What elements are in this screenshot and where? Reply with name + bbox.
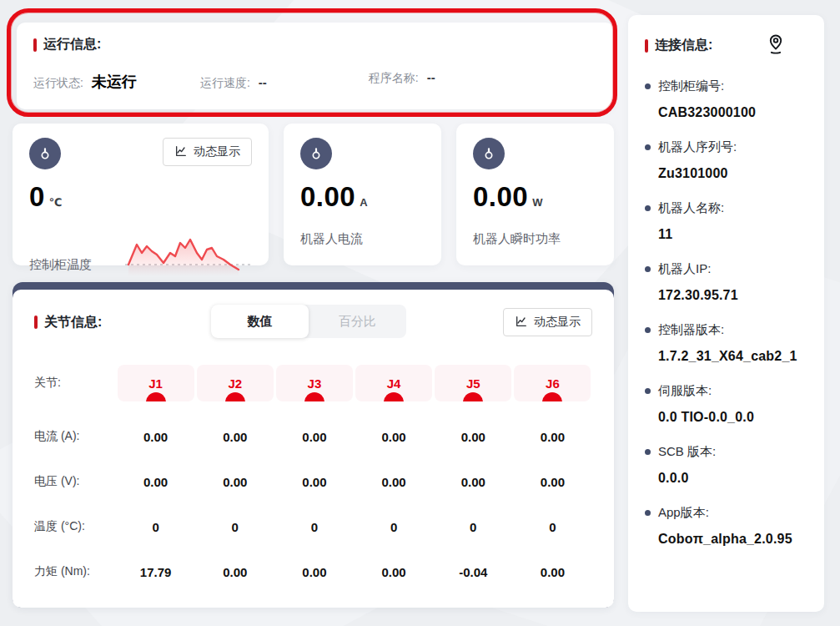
bullet-icon bbox=[645, 510, 651, 516]
joint-info-title-text: 关节信息: bbox=[44, 314, 102, 331]
bullet-icon bbox=[645, 388, 651, 394]
robot-current-card: 0.00 A 机器人电流 bbox=[284, 124, 441, 265]
connection-info-title: 连接信息: bbox=[645, 37, 764, 54]
run-status-label: 运行状态: bbox=[33, 76, 83, 91]
conn-item-cabinet-number: 控制柜编号: CAB323000100 bbox=[645, 78, 807, 120]
run-info-title-text: 运行信息: bbox=[43, 36, 101, 53]
run-speed-field: 运行速度: -- bbox=[200, 75, 267, 91]
power-unit: W bbox=[532, 196, 542, 209]
conn-label-text: 机器人IP: bbox=[658, 261, 711, 277]
robot-current-value: 0.00 A bbox=[300, 181, 425, 213]
cell-voltage-j4: 0.00 bbox=[381, 475, 405, 489]
conn-item-servo-version: 伺服版本: 0.0 TIO-0.0_0.0 bbox=[645, 383, 807, 425]
program-name-label: 程序名称: bbox=[369, 71, 419, 86]
thermometer-icon bbox=[473, 138, 505, 169]
cell-voltage-j2: 0.00 bbox=[223, 475, 247, 489]
connection-info-panel: 连接信息: 控制柜编号: CAB323000100 机器人序列号: Zu3101… bbox=[628, 15, 824, 612]
title-accent-bar bbox=[33, 38, 37, 52]
joint-chip-j6: J6 bbox=[514, 365, 591, 401]
joint-chip-j5: J5 bbox=[435, 365, 511, 401]
cabinet-temperature-label: 控制柜温度 bbox=[29, 257, 92, 278]
bullet-icon bbox=[645, 83, 651, 89]
joint-info-title: 关节信息: bbox=[34, 314, 102, 331]
run-status-field: 运行状态: 未运行 bbox=[33, 72, 137, 92]
cell-current-j2: 0.00 bbox=[223, 430, 247, 444]
run-info-title: 运行信息: bbox=[33, 36, 597, 53]
tab-percentage[interactable]: 百分比 bbox=[309, 305, 406, 338]
dynamic-display-label: 动态显示 bbox=[194, 144, 240, 159]
cell-current-j5: 0.00 bbox=[461, 430, 485, 444]
conn-label-text: 机器人序列号: bbox=[658, 139, 737, 155]
run-status-value: 未运行 bbox=[92, 72, 137, 92]
cell-temp-j6: 0 bbox=[549, 520, 556, 534]
bullet-icon bbox=[645, 266, 651, 272]
conn-label-text: App版本: bbox=[658, 505, 709, 521]
title-accent-bar bbox=[645, 39, 648, 53]
cell-current-j3: 0.00 bbox=[302, 430, 326, 444]
title-accent-bar bbox=[34, 316, 38, 329]
cabinet-temperature-card: 动态显示 0 ℃ 控制柜温度 bbox=[13, 124, 269, 265]
thermometer-icon bbox=[29, 138, 61, 169]
conn-value-controller-version: 1.7.2_31_X64_cab2_1 bbox=[645, 349, 807, 364]
temperature-sparkline bbox=[125, 231, 252, 278]
temperature-number: 0 bbox=[29, 181, 45, 213]
current-number: 0.00 bbox=[300, 181, 355, 213]
joint-chip-j4: J4 bbox=[355, 365, 432, 401]
row-label-voltage: 电压 (V): bbox=[34, 474, 79, 489]
bullet-icon bbox=[645, 205, 651, 211]
conn-label-text: 控制器版本: bbox=[658, 322, 724, 338]
conn-label-text: 机器人名称: bbox=[658, 200, 724, 216]
cell-temp-j1: 0 bbox=[152, 520, 158, 534]
cell-voltage-j6: 0.00 bbox=[541, 475, 565, 489]
cell-current-j6: 0.00 bbox=[541, 430, 565, 444]
conn-item-app-version: App版本: Coboπ_alpha_2.0.95 bbox=[645, 505, 807, 547]
cell-temp-j2: 0 bbox=[232, 520, 239, 534]
joint-indicator bbox=[542, 392, 562, 401]
conn-value-robot-name: 11 bbox=[645, 227, 807, 242]
run-speed-value: -- bbox=[259, 75, 267, 89]
robot-power-card: 0.00 W 机器人瞬时功率 bbox=[456, 124, 614, 265]
conn-item-robot-name: 机器人名称: 11 bbox=[645, 200, 807, 242]
conn-item-controller-version: 控制器版本: 1.7.2_31_X64_cab2_1 bbox=[645, 322, 807, 364]
dynamic-display-label: 动态显示 bbox=[534, 315, 581, 330]
power-number: 0.00 bbox=[473, 181, 528, 213]
conn-value-app-version: Coboπ_alpha_2.0.95 bbox=[645, 532, 807, 547]
cell-voltage-j5: 0.00 bbox=[461, 475, 485, 489]
location-pin-icon[interactable] bbox=[764, 32, 787, 59]
joint-indicator bbox=[225, 392, 245, 401]
cell-torque-j2: 0.00 bbox=[223, 565, 247, 579]
dynamic-display-button-joints[interactable]: 动态显示 bbox=[503, 308, 592, 336]
line-chart-icon bbox=[515, 315, 528, 331]
joint-chip-label: J3 bbox=[308, 376, 322, 391]
conn-label-text: SCB 版本: bbox=[658, 444, 716, 460]
cell-torque-j6: 0.00 bbox=[541, 565, 565, 579]
temperature-unit: ℃ bbox=[49, 196, 63, 209]
joint-chip-j3: J3 bbox=[276, 365, 353, 401]
tab-numeric[interactable]: 数值 bbox=[211, 305, 309, 338]
cell-torque-j1: 17.79 bbox=[140, 565, 172, 579]
connection-info-title-text: 连接信息: bbox=[655, 37, 712, 54]
run-speed-label: 运行速度: bbox=[200, 76, 250, 91]
bullet-icon bbox=[645, 327, 651, 333]
joint-chip-label: J6 bbox=[546, 376, 560, 391]
robot-current-label: 机器人电流 bbox=[300, 231, 363, 252]
joint-chip-label: J4 bbox=[387, 376, 401, 391]
robot-power-value: 0.00 W bbox=[473, 181, 597, 213]
bullet-icon bbox=[645, 449, 651, 455]
joint-row-header: 关节: bbox=[34, 376, 61, 391]
joint-info-card: 关节信息: 数值 百分比 动态显示 关节: J1 J2 J3 bbox=[13, 282, 614, 608]
value-mode-toggle: 数值 百分比 bbox=[211, 305, 406, 338]
row-label-temperature: 温度 (°C): bbox=[34, 519, 85, 534]
cell-temp-j4: 0 bbox=[390, 520, 397, 534]
dynamic-display-button-temp[interactable]: 动态显示 bbox=[163, 138, 252, 166]
cell-torque-j5: -0.04 bbox=[459, 565, 487, 579]
cell-voltage-j1: 0.00 bbox=[143, 475, 168, 489]
joint-table: 关节: J1 J2 J3 J4 J5 J6 电流 (A): 0.00 0.00 … bbox=[34, 352, 592, 594]
conn-value-robot-ip: 172.30.95.71 bbox=[645, 288, 807, 303]
line-chart-icon bbox=[174, 144, 188, 160]
cell-voltage-j3: 0.00 bbox=[302, 475, 326, 489]
cell-current-j1: 0.00 bbox=[143, 430, 168, 444]
conn-value-cabinet-number: CAB323000100 bbox=[645, 105, 807, 120]
cell-temp-j3: 0 bbox=[311, 520, 318, 534]
joint-chip-label: J5 bbox=[466, 376, 480, 391]
